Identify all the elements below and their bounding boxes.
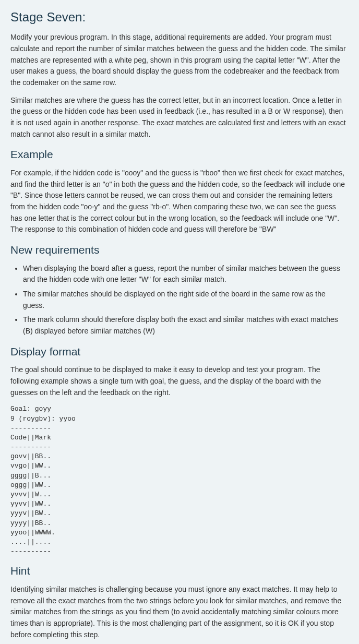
list-item: The similar matches should be displayed … [23,289,349,311]
hint-heading: Hint [10,563,349,580]
example-heading: Example [10,146,349,163]
code-block: Goal: goyy 9 (roygbv): yyoo ---------- C… [10,404,349,556]
intro-paragraph-1: Modify your previous program. In this st… [10,32,349,88]
hint-paragraph: Identifying similar matches is challengi… [10,584,349,640]
list-item: The mark column should therefore display… [23,314,349,337]
display-format-heading: Display format [10,343,349,361]
requirements-list: When displaying the board after a guess,… [10,263,349,337]
display-format-paragraph: The goal should continue to be displayed… [10,364,349,398]
list-item: When displaying the board after a guess,… [23,263,349,285]
page-title: Stage Seven: [10,7,349,27]
example-paragraph: For example, if the hidden code is "oooy… [10,168,349,235]
intro-paragraph-2: Similar matches are where the guess has … [10,95,349,140]
new-requirements-heading: New requirements [10,242,349,259]
